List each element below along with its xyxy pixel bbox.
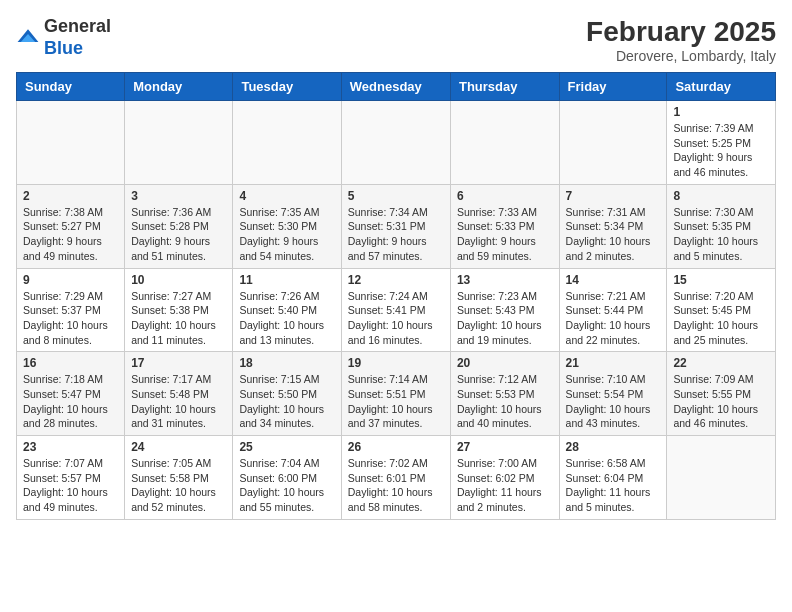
weekday-header-tuesday: Tuesday (233, 73, 341, 101)
calendar-cell: 6Sunrise: 7:33 AM Sunset: 5:33 PM Daylig… (450, 184, 559, 268)
day-number: 21 (566, 356, 661, 370)
day-number: 10 (131, 273, 226, 287)
weekday-header-sunday: Sunday (17, 73, 125, 101)
day-number: 24 (131, 440, 226, 454)
day-number: 4 (239, 189, 334, 203)
day-number: 5 (348, 189, 444, 203)
month-year-title: February 2025 (586, 16, 776, 48)
page-header: General Blue February 2025 Derovere, Lom… (16, 16, 776, 64)
calendar-cell: 3Sunrise: 7:36 AM Sunset: 5:28 PM Daylig… (125, 184, 233, 268)
calendar-cell: 28Sunrise: 6:58 AM Sunset: 6:04 PM Dayli… (559, 436, 667, 520)
logo: General Blue (16, 16, 111, 59)
calendar-cell: 4Sunrise: 7:35 AM Sunset: 5:30 PM Daylig… (233, 184, 341, 268)
day-info: Sunrise: 7:18 AM Sunset: 5:47 PM Dayligh… (23, 372, 118, 431)
title-block: February 2025 Derovere, Lombardy, Italy (586, 16, 776, 64)
day-info: Sunrise: 7:34 AM Sunset: 5:31 PM Dayligh… (348, 205, 444, 264)
day-info: Sunrise: 7:04 AM Sunset: 6:00 PM Dayligh… (239, 456, 334, 515)
day-number: 25 (239, 440, 334, 454)
calendar-cell: 21Sunrise: 7:10 AM Sunset: 5:54 PM Dayli… (559, 352, 667, 436)
day-number: 12 (348, 273, 444, 287)
day-number: 22 (673, 356, 769, 370)
day-number: 28 (566, 440, 661, 454)
day-number: 7 (566, 189, 661, 203)
weekday-header-saturday: Saturday (667, 73, 776, 101)
weekday-header-wednesday: Wednesday (341, 73, 450, 101)
calendar-cell: 16Sunrise: 7:18 AM Sunset: 5:47 PM Dayli… (17, 352, 125, 436)
calendar-cell (17, 101, 125, 185)
day-info: Sunrise: 7:27 AM Sunset: 5:38 PM Dayligh… (131, 289, 226, 348)
day-number: 17 (131, 356, 226, 370)
calendar-cell: 12Sunrise: 7:24 AM Sunset: 5:41 PM Dayli… (341, 268, 450, 352)
calendar-week-row: 23Sunrise: 7:07 AM Sunset: 5:57 PM Dayli… (17, 436, 776, 520)
calendar-cell: 14Sunrise: 7:21 AM Sunset: 5:44 PM Dayli… (559, 268, 667, 352)
day-number: 23 (23, 440, 118, 454)
calendar-cell: 15Sunrise: 7:20 AM Sunset: 5:45 PM Dayli… (667, 268, 776, 352)
calendar-cell: 2Sunrise: 7:38 AM Sunset: 5:27 PM Daylig… (17, 184, 125, 268)
calendar-cell: 24Sunrise: 7:05 AM Sunset: 5:58 PM Dayli… (125, 436, 233, 520)
day-info: Sunrise: 7:05 AM Sunset: 5:58 PM Dayligh… (131, 456, 226, 515)
weekday-header-monday: Monday (125, 73, 233, 101)
weekday-header-friday: Friday (559, 73, 667, 101)
calendar-week-row: 9Sunrise: 7:29 AM Sunset: 5:37 PM Daylig… (17, 268, 776, 352)
day-number: 20 (457, 356, 553, 370)
day-info: Sunrise: 7:02 AM Sunset: 6:01 PM Dayligh… (348, 456, 444, 515)
day-number: 26 (348, 440, 444, 454)
logo-icon (16, 26, 40, 50)
calendar-cell: 18Sunrise: 7:15 AM Sunset: 5:50 PM Dayli… (233, 352, 341, 436)
day-number: 11 (239, 273, 334, 287)
calendar-cell: 27Sunrise: 7:00 AM Sunset: 6:02 PM Dayli… (450, 436, 559, 520)
day-info: Sunrise: 7:26 AM Sunset: 5:40 PM Dayligh… (239, 289, 334, 348)
day-info: Sunrise: 7:24 AM Sunset: 5:41 PM Dayligh… (348, 289, 444, 348)
day-info: Sunrise: 7:30 AM Sunset: 5:35 PM Dayligh… (673, 205, 769, 264)
weekday-header-thursday: Thursday (450, 73, 559, 101)
calendar-cell: 26Sunrise: 7:02 AM Sunset: 6:01 PM Dayli… (341, 436, 450, 520)
calendar-cell: 22Sunrise: 7:09 AM Sunset: 5:55 PM Dayli… (667, 352, 776, 436)
calendar-cell (125, 101, 233, 185)
day-info: Sunrise: 7:14 AM Sunset: 5:51 PM Dayligh… (348, 372, 444, 431)
calendar-week-row: 16Sunrise: 7:18 AM Sunset: 5:47 PM Dayli… (17, 352, 776, 436)
day-info: Sunrise: 7:00 AM Sunset: 6:02 PM Dayligh… (457, 456, 553, 515)
calendar-cell: 8Sunrise: 7:30 AM Sunset: 5:35 PM Daylig… (667, 184, 776, 268)
calendar-cell: 25Sunrise: 7:04 AM Sunset: 6:00 PM Dayli… (233, 436, 341, 520)
calendar-cell (559, 101, 667, 185)
day-info: Sunrise: 7:21 AM Sunset: 5:44 PM Dayligh… (566, 289, 661, 348)
calendar-cell: 1Sunrise: 7:39 AM Sunset: 5:25 PM Daylig… (667, 101, 776, 185)
day-info: Sunrise: 7:29 AM Sunset: 5:37 PM Dayligh… (23, 289, 118, 348)
day-number: 15 (673, 273, 769, 287)
logo-text: General Blue (44, 16, 111, 59)
day-number: 19 (348, 356, 444, 370)
day-info: Sunrise: 7:33 AM Sunset: 5:33 PM Dayligh… (457, 205, 553, 264)
calendar-cell: 23Sunrise: 7:07 AM Sunset: 5:57 PM Dayli… (17, 436, 125, 520)
day-number: 13 (457, 273, 553, 287)
weekday-header-row: SundayMondayTuesdayWednesdayThursdayFrid… (17, 73, 776, 101)
day-info: Sunrise: 7:09 AM Sunset: 5:55 PM Dayligh… (673, 372, 769, 431)
day-number: 27 (457, 440, 553, 454)
day-number: 1 (673, 105, 769, 119)
calendar-cell: 19Sunrise: 7:14 AM Sunset: 5:51 PM Dayli… (341, 352, 450, 436)
calendar-cell (667, 436, 776, 520)
calendar-cell: 5Sunrise: 7:34 AM Sunset: 5:31 PM Daylig… (341, 184, 450, 268)
calendar-cell (450, 101, 559, 185)
day-info: Sunrise: 7:35 AM Sunset: 5:30 PM Dayligh… (239, 205, 334, 264)
day-info: Sunrise: 7:15 AM Sunset: 5:50 PM Dayligh… (239, 372, 334, 431)
calendar-table: SundayMondayTuesdayWednesdayThursdayFrid… (16, 72, 776, 520)
day-info: Sunrise: 7:39 AM Sunset: 5:25 PM Dayligh… (673, 121, 769, 180)
calendar-cell: 17Sunrise: 7:17 AM Sunset: 5:48 PM Dayli… (125, 352, 233, 436)
day-info: Sunrise: 7:23 AM Sunset: 5:43 PM Dayligh… (457, 289, 553, 348)
day-info: Sunrise: 7:31 AM Sunset: 5:34 PM Dayligh… (566, 205, 661, 264)
day-info: Sunrise: 7:20 AM Sunset: 5:45 PM Dayligh… (673, 289, 769, 348)
calendar-cell (233, 101, 341, 185)
day-number: 2 (23, 189, 118, 203)
day-number: 3 (131, 189, 226, 203)
day-info: Sunrise: 7:12 AM Sunset: 5:53 PM Dayligh… (457, 372, 553, 431)
calendar-cell: 7Sunrise: 7:31 AM Sunset: 5:34 PM Daylig… (559, 184, 667, 268)
calendar-cell: 9Sunrise: 7:29 AM Sunset: 5:37 PM Daylig… (17, 268, 125, 352)
day-info: Sunrise: 7:07 AM Sunset: 5:57 PM Dayligh… (23, 456, 118, 515)
calendar-cell (341, 101, 450, 185)
calendar-cell: 20Sunrise: 7:12 AM Sunset: 5:53 PM Dayli… (450, 352, 559, 436)
day-number: 18 (239, 356, 334, 370)
day-number: 6 (457, 189, 553, 203)
logo-general: General (44, 16, 111, 36)
calendar-cell: 13Sunrise: 7:23 AM Sunset: 5:43 PM Dayli… (450, 268, 559, 352)
day-info: Sunrise: 7:36 AM Sunset: 5:28 PM Dayligh… (131, 205, 226, 264)
